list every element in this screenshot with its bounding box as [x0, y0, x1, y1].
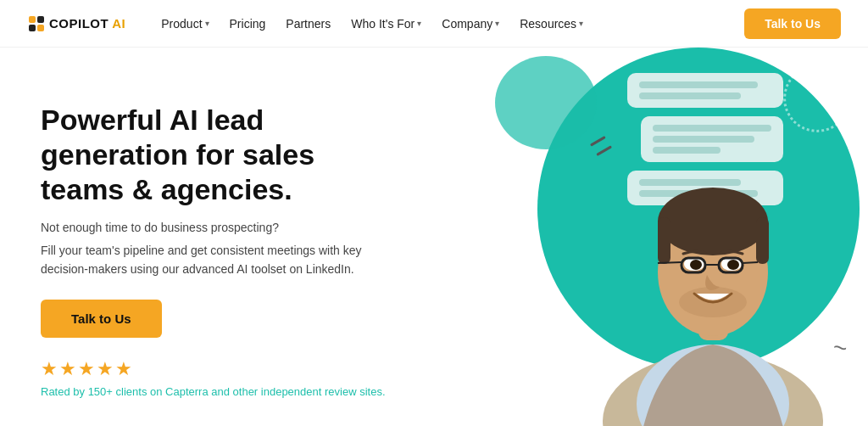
hero-cta-button[interactable]: Talk to Us [41, 300, 162, 338]
navigation: COPILOT AI Product ▾ Pricing Partners Wh… [0, 0, 868, 48]
nav-item-product[interactable]: Product ▾ [153, 12, 217, 36]
svg-rect-3 [37, 25, 44, 31]
nav-label-product: Product [161, 17, 202, 31]
svg-point-15 [727, 260, 739, 270]
svg-rect-0 [29, 16, 36, 23]
svg-line-20 [743, 262, 758, 263]
hero-section: Powerful AI lead generation for sales te… [0, 48, 868, 426]
dotted-circle-decoration [783, 64, 851, 132]
bubble-line [639, 81, 758, 88]
svg-rect-1 [37, 16, 44, 23]
chevron-down-icon-2: ▾ [417, 19, 421, 28]
chevron-down-icon: ▾ [205, 19, 209, 28]
nav-links: Product ▾ Pricing Partners Who It's For … [153, 12, 744, 36]
nav-item-pricing[interactable]: Pricing [221, 12, 275, 36]
nav-cta-button[interactable]: Talk to Us [744, 8, 841, 39]
hero-body: Fill your team's pipeline and get consis… [41, 241, 380, 279]
svg-rect-2 [29, 25, 36, 31]
nav-label-resources: Resources [520, 17, 576, 31]
chevron-down-icon-3: ▾ [495, 19, 499, 28]
svg-line-19 [658, 262, 682, 263]
nav-item-resources[interactable]: Resources ▾ [511, 12, 592, 36]
nav-label-who-its-for: Who It's For [351, 17, 415, 31]
svg-rect-9 [658, 217, 670, 264]
star-2: ★ [59, 358, 76, 380]
chevron-down-icon-4: ▾ [579, 19, 583, 28]
svg-point-8 [658, 188, 768, 255]
person-illustration [588, 132, 838, 426]
nav-label-company: Company [442, 17, 492, 31]
star-3: ★ [78, 358, 95, 380]
teal-blob-small [495, 56, 597, 149]
nav-label-pricing: Pricing [230, 17, 266, 31]
logo-icon [27, 14, 46, 33]
hero-illustration: ~ [444, 48, 868, 426]
nav-item-company[interactable]: Company ▾ [433, 12, 508, 36]
nav-item-who-its-for[interactable]: Who It's For ▾ [342, 12, 430, 36]
nav-item-partners[interactable]: Partners [277, 12, 339, 36]
hero-subtext: Not enough time to do business prospecti… [41, 221, 448, 234]
hero-headline: Powerful AI lead generation for sales te… [41, 103, 397, 206]
star-4: ★ [97, 358, 114, 380]
chat-bubble-1 [627, 73, 783, 108]
hero-content: Powerful AI lead generation for sales te… [41, 103, 448, 397]
star-rating: ★ ★ ★ ★ ★ [41, 358, 448, 380]
logo[interactable]: COPILOT AI [27, 14, 125, 33]
svg-rect-10 [756, 217, 769, 264]
bubble-line [653, 125, 771, 132]
star-5: ★ [115, 358, 132, 380]
logo-text: COPILOT AI [49, 16, 125, 31]
nav-label-partners: Partners [286, 17, 331, 31]
svg-point-14 [690, 260, 702, 270]
review-text: Rated by 150+ clients on Capterra and ot… [41, 385, 448, 398]
bubble-line [639, 92, 741, 99]
star-1: ★ [41, 358, 58, 380]
